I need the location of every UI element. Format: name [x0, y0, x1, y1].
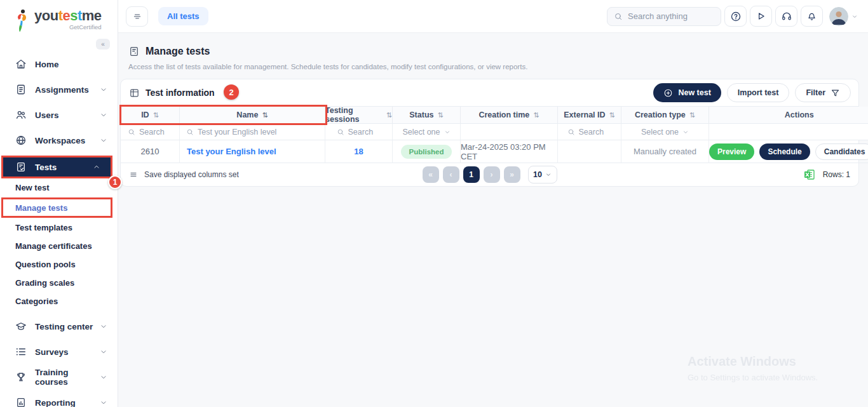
sidebar-item-label: Users — [35, 110, 59, 120]
save-columns-button[interactable]: Save displayed columns set — [129, 170, 239, 179]
candidates-button[interactable]: Candidates — [815, 143, 868, 160]
sidebar-subitem-question-pools[interactable]: Question pools — [0, 255, 118, 274]
filter-external-id-input[interactable] — [579, 128, 612, 137]
document-icon — [15, 84, 27, 95]
funnel-icon — [831, 88, 840, 98]
pagination-first-button[interactable]: « — [423, 166, 439, 183]
sidebar-item-training-courses[interactable]: Training courses — [0, 364, 118, 390]
globe-icon — [15, 135, 27, 146]
sidebar-subitem-grading-scales[interactable]: Grading scales — [0, 274, 118, 292]
test-document-icon — [15, 161, 27, 173]
cell-external-id — [558, 140, 621, 163]
column-header-actions: Actions — [709, 107, 868, 124]
sidebar-item-workspaces[interactable]: Workspaces — [0, 128, 118, 153]
import-test-button[interactable]: Import test — [727, 83, 790, 102]
support-button[interactable] — [775, 6, 797, 27]
sidebar-item-label: Assignments — [35, 85, 89, 95]
column-header-id[interactable]: ID⇅ — [121, 107, 180, 124]
sidebar-subitem-test-templates[interactable]: Test templates — [0, 218, 118, 237]
list-icon — [15, 346, 27, 357]
chevron-down-icon — [851, 13, 858, 20]
pagination: « ‹ 1 › » 10 — [423, 166, 557, 183]
pagination-last-button[interactable]: » — [504, 166, 520, 183]
tab-all-tests[interactable]: All tests — [158, 7, 208, 25]
pagination-next-button[interactable]: › — [484, 166, 500, 183]
filter-creation-type-select[interactable]: Select one — [621, 124, 709, 140]
sort-icon[interactable]: ⇅ — [533, 111, 539, 119]
new-test-button[interactable]: New test — [653, 83, 721, 102]
filter-id-input[interactable] — [139, 128, 172, 137]
column-header-external-id[interactable]: External ID⇅ — [558, 107, 621, 124]
sidebar-subitem-manage-certificates[interactable]: Manage certificates — [0, 237, 118, 255]
sidebar-item-label: Grading scales — [15, 278, 74, 288]
user-menu[interactable] — [829, 7, 858, 26]
notifications-button[interactable] — [801, 6, 823, 27]
rows-count: Rows: 1 — [823, 170, 850, 179]
global-search[interactable] — [607, 7, 721, 26]
preview-button[interactable]: Preview — [709, 143, 754, 160]
users-icon — [15, 109, 27, 121]
cell-testing-sessions[interactable]: 18 — [325, 140, 393, 163]
brand-mark-icon — [14, 9, 31, 33]
column-header-name[interactable]: Name⇅ — [180, 107, 325, 124]
search-input[interactable] — [628, 11, 714, 21]
chevron-down-icon — [100, 323, 107, 330]
column-header-status[interactable]: Status⇅ — [393, 107, 461, 124]
sidebar-item-label: Training courses — [35, 368, 100, 387]
menu-toggle-button[interactable] — [126, 6, 148, 27]
schedule-button[interactable]: Schedule — [759, 143, 810, 160]
sidebar-item-label: Manage tests — [15, 203, 67, 213]
sidebar-item-testing-center[interactable]: Testing center — [0, 314, 118, 339]
filter-id[interactable] — [121, 124, 180, 140]
topbar: All tests — [118, 0, 868, 33]
graduation-cap-icon — [15, 321, 27, 332]
sidebar-item-users[interactable]: Users — [0, 102, 118, 128]
cell-name[interactable]: Test your English level — [180, 140, 325, 163]
sort-icon[interactable]: ⇅ — [609, 111, 615, 119]
sidebar-subitem-categories[interactable]: Categories — [0, 292, 118, 310]
annotation-step-2: 2 — [224, 84, 239, 100]
filter-actions-empty — [709, 124, 868, 140]
column-header-testing-sessions[interactable]: Testing sessions⇅ — [325, 107, 393, 124]
sort-icon[interactable]: ⇅ — [153, 111, 159, 119]
sidebar-item-assignments[interactable]: Assignments — [0, 77, 118, 102]
sidebar-subitem-manage-tests[interactable]: Manage tests — [3, 199, 111, 216]
pagination-page-1[interactable]: 1 — [463, 166, 480, 183]
filter-external-id[interactable] — [558, 124, 621, 140]
sort-icon[interactable]: ⇅ — [437, 111, 443, 119]
chevron-down-icon — [444, 129, 451, 135]
tutorial-button[interactable] — [750, 6, 772, 27]
chevron-down-icon — [100, 373, 107, 381]
export-excel-icon[interactable] — [804, 170, 815, 180]
filter-sessions-input[interactable] — [348, 128, 381, 137]
sidebar-collapse-button[interactable]: « — [96, 39, 110, 50]
page-size-select[interactable]: 10 — [528, 166, 557, 183]
brand-logo[interactable]: youtestme GetCertified — [0, 0, 118, 33]
sidebar-item-home[interactable]: Home — [0, 51, 118, 77]
chevron-down-icon — [100, 111, 107, 119]
cell-creation-type: Manually created — [621, 140, 709, 163]
help-button[interactable] — [724, 6, 747, 27]
filter-testing-sessions[interactable] — [325, 124, 393, 140]
sidebar-item-tests[interactable]: Tests — [3, 157, 111, 177]
sort-icon[interactable]: ⇅ — [262, 111, 268, 119]
filter-name-input[interactable] — [198, 128, 318, 137]
manage-tests-icon — [128, 46, 140, 57]
sidebar-item-reporting[interactable]: Reporting — [0, 390, 118, 407]
sidebar-item-label: Test templates — [15, 223, 72, 232]
column-header-creation-type[interactable]: Creation type⇅ — [621, 107, 709, 124]
sidebar-subitem-new-test[interactable]: New test — [0, 178, 118, 197]
column-header-creation-time[interactable]: Creation time⇅ — [461, 107, 558, 124]
filter-status-select[interactable]: Select one — [393, 124, 461, 140]
sort-icon[interactable]: ⇅ — [689, 111, 695, 119]
sort-icon[interactable]: ⇅ — [386, 111, 392, 119]
sidebar-item-label: Reporting — [35, 398, 76, 407]
chevron-down-icon — [100, 86, 107, 93]
sidebar: youtestme GetCertified « Home Assignment… — [0, 0, 118, 407]
filter-name[interactable] — [180, 124, 325, 140]
filter-button[interactable]: Filter — [795, 83, 851, 102]
sidebar-item-label: Categories — [15, 297, 58, 306]
sidebar-item-surveys[interactable]: Surveys — [0, 339, 118, 364]
pagination-prev-button[interactable]: ‹ — [443, 166, 459, 183]
table-icon — [129, 88, 140, 98]
